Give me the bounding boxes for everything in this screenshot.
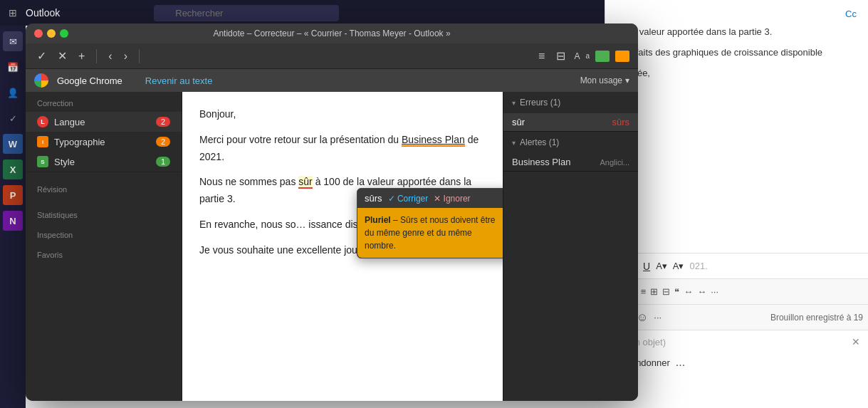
- chrome-bar: Google Chrome Revenir au texte Mon usage…: [26, 69, 638, 92]
- collapse-errors-icon[interactable]: ▾: [512, 99, 516, 107]
- filter-toolbar-btn[interactable]: ⊟: [553, 48, 568, 64]
- text-size-small-btn[interactable]: a: [585, 52, 590, 60]
- more-options-icon[interactable]: ···: [654, 312, 662, 323]
- mon-usage-button[interactable]: Mon usage ▾: [580, 75, 629, 85]
- email-body-line2: satisfaits des graphiques de croissance …: [617, 46, 857, 61]
- tooltip-body: Pluriel – Sûrs et nous doivent être du m…: [357, 208, 503, 258]
- tooltip-type: Pluriel: [365, 215, 391, 225]
- collapse-alerts-icon[interactable]: ▾: [512, 139, 516, 147]
- email-format-toolbar: A A ≡ ≡ ⊞ ⊟ ❝ ↔ ↔ ···: [605, 278, 868, 304]
- window-title: Antidote – Correcteur – « Courrier - Tho…: [213, 28, 450, 38]
- alerts-title-text: Alertes (1): [520, 137, 559, 147]
- more-button[interactable]: ...: [676, 356, 685, 369]
- close-toolbar-btn[interactable]: ✕: [55, 48, 70, 64]
- highlight-button[interactable]: A▾: [656, 261, 667, 271]
- style-icon: S: [37, 156, 48, 167]
- email-body-line3: journée,: [617, 66, 857, 81]
- check-toolbar-btn[interactable]: ✓: [34, 48, 49, 64]
- alert-item-business-plan[interactable]: Business Plan Anglici...: [503, 153, 638, 171]
- errors-title-text: Erreurs (1): [520, 98, 560, 108]
- format-more[interactable]: ···: [711, 286, 718, 297]
- revision-label[interactable]: Révision: [26, 178, 182, 198]
- color-orange-rect[interactable]: [615, 51, 629, 62]
- tooltip-word: sûrs: [365, 193, 382, 204]
- inspection-label[interactable]: Inspection: [26, 224, 182, 244]
- suffix-021: 021.: [689, 261, 707, 271]
- color-green-rect[interactable]: [595, 51, 610, 62]
- draft-status: Brouillon enregistré à 19: [770, 313, 863, 323]
- typo-icon: i: [37, 136, 48, 147]
- favoris-label[interactable]: Favoris: [26, 244, 182, 263]
- sidebar-icon-mail[interactable]: ✉: [3, 31, 23, 51]
- format-outdent[interactable]: ⊟: [662, 286, 670, 297]
- sidebar-icon-people[interactable]: 👤: [3, 83, 23, 103]
- subject-row: Aucun objet) ✕: [605, 330, 868, 353]
- langue-count: 2: [156, 117, 170, 127]
- grid-icon[interactable]: ⊞: [9, 7, 17, 19]
- traffic-lights: [34, 29, 68, 38]
- sidebar-icon-tasks[interactable]: ✓: [3, 108, 23, 128]
- format-quote[interactable]: ❝: [674, 286, 679, 297]
- subject-close-icon[interactable]: ✕: [852, 336, 860, 347]
- email-action-buttons: Abandonner ...: [605, 353, 868, 372]
- email-panel: Cc de la valeur apportée dans la partie …: [605, 0, 868, 382]
- chrome-browser-name: Google Chrome: [57, 75, 122, 86]
- settings-toolbar-btn[interactable]: ≡: [535, 48, 548, 64]
- errors-panel: ▾ Erreurs (1) sûr sûrs ▾ Alertes (1) Bus…: [503, 92, 638, 401]
- sidebar-icon-calendar[interactable]: 📅: [3, 57, 23, 77]
- back-toolbar-btn[interactable]: ‹: [105, 48, 115, 64]
- format-list[interactable]: ≡: [641, 286, 647, 297]
- toolbar-divider1: [96, 49, 97, 63]
- format-rtl[interactable]: ↔: [684, 286, 693, 297]
- text-paragraph-1: Bonjour,: [199, 106, 486, 123]
- close-button[interactable]: [34, 29, 43, 38]
- correction-section-title: Correction: [26, 92, 182, 112]
- corriger-button[interactable]: ✓ Corriger: [388, 194, 429, 204]
- emoji-icon[interactable]: ☺: [637, 311, 648, 324]
- style-count: 1: [156, 157, 170, 167]
- error-item-sur[interactable]: sûr sûrs: [503, 113, 638, 131]
- typographie-label: Typographie: [54, 137, 150, 147]
- outlook-sidebar: ✉ 📅 👤 ✓ W X P N: [0, 26, 26, 408]
- mon-usage-label: Mon usage: [580, 75, 622, 85]
- forward-toolbar-btn[interactable]: ›: [121, 48, 130, 64]
- sidebar-icon-onenote[interactable]: N: [3, 211, 23, 231]
- typographie-count: 2: [156, 137, 170, 147]
- text-size-large-btn[interactable]: A: [574, 51, 580, 61]
- minimize-button[interactable]: [47, 29, 56, 38]
- sidebar-icon-excel[interactable]: X: [3, 159, 23, 179]
- error-word-sur[interactable]: sûr: [298, 176, 312, 189]
- alert-word-display: Business Plan: [512, 157, 600, 167]
- email-cc-line: Cc: [617, 9, 857, 19]
- email-cc-label[interactable]: Cc: [845, 9, 857, 19]
- underline-button[interactable]: U: [643, 261, 650, 272]
- alerts-section: ▾ Alertes (1) Business Plan Anglici...: [503, 132, 638, 172]
- email-insert-toolbar: ▾ 🖼 ☺ ··· Brouillon enregistré à 19: [605, 304, 868, 330]
- format-ltr[interactable]: ↔: [697, 286, 706, 297]
- format-indent[interactable]: ⊞: [650, 286, 658, 297]
- business-plan-link[interactable]: Business Plan: [402, 134, 465, 147]
- sidebar-icon-powerpoint[interactable]: P: [3, 185, 23, 205]
- add-toolbar-btn[interactable]: +: [75, 48, 88, 64]
- outlook-search-input[interactable]: [154, 5, 339, 21]
- maximize-button[interactable]: [60, 29, 68, 38]
- email-body-line1: de la valeur apportée dans la partie 3.: [617, 25, 857, 40]
- error-word-display: sûr: [512, 117, 612, 127]
- errors-section-title: ▾ Erreurs (1): [503, 92, 638, 113]
- correction-item-langue[interactable]: L Langue 2: [26, 112, 182, 132]
- ignorer-button[interactable]: ✕ Ignorer: [434, 194, 470, 204]
- statistiques-label[interactable]: Statistiques: [26, 204, 182, 224]
- sidebar-icon-word[interactable]: W: [3, 134, 23, 154]
- correction-item-style[interactable]: S Style 1: [26, 152, 182, 172]
- font-color-button[interactable]: A▾: [673, 261, 684, 271]
- tooltip-explanation: Pluriel – Sûrs et nous doivent être du m…: [365, 214, 503, 252]
- langue-icon: L: [37, 116, 48, 127]
- antidote-toolbar: ✓ ✕ + ‹ › ≡ ⊟ A a: [26, 43, 638, 69]
- toolbar-right: ≡ ⊟ A a: [535, 48, 629, 64]
- antidote-main-content: Correction L Langue 2 i Typographie 2 S …: [26, 92, 638, 401]
- alert-note-display: Anglici...: [600, 158, 629, 167]
- correction-item-typographie[interactable]: i Typographie 2: [26, 132, 182, 152]
- return-to-text-button[interactable]: Revenir au texte: [145, 75, 213, 86]
- revision-section: Révision: [26, 172, 182, 204]
- outlook-app-name: Outlook: [26, 7, 60, 19]
